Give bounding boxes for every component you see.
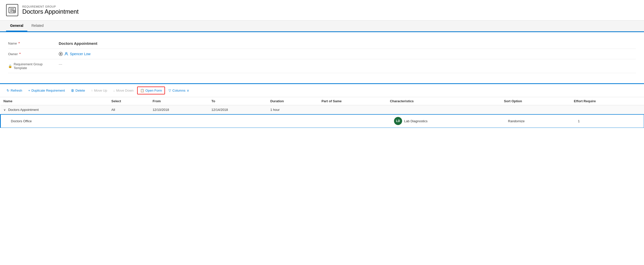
table-row[interactable]: ∨ Doctors Appointment All 12/10/2018 12/… xyxy=(1,105,644,114)
row-from xyxy=(150,114,209,128)
col-from: From xyxy=(150,97,209,105)
delete-icon: 🗑 xyxy=(71,89,74,92)
row-part-of-same xyxy=(319,114,387,128)
form-section: Name * Doctors Appointment Owner * Spenc… xyxy=(0,31,644,79)
tabs-bar: General Related xyxy=(0,21,644,31)
col-to: To xyxy=(209,97,267,105)
move-down-button[interactable]: ↓ Move Down xyxy=(111,87,136,94)
form-row-template: 🔒 Requirement GroupTemplate --- xyxy=(8,59,636,73)
field-label-name: Name * xyxy=(8,41,59,45)
row-to xyxy=(209,114,267,128)
col-part-of-same: Part of Same xyxy=(319,97,387,105)
grid-header-row: Name Select From To Duration Part of Sam… xyxy=(1,97,644,105)
characteristics-cell: LD Lab Diagnostics xyxy=(394,117,498,125)
col-select: Select xyxy=(108,97,150,105)
row-name: Doctors Office xyxy=(1,114,109,128)
characteristics-badge: LD xyxy=(394,117,402,125)
refresh-button[interactable]: ↻ Refresh xyxy=(4,87,25,94)
open-form-button[interactable]: 📋 Open Form xyxy=(137,87,165,94)
col-effort-require: Effort Require xyxy=(571,97,644,105)
field-value-name[interactable]: Doctors Appointment xyxy=(59,41,636,46)
person-icon xyxy=(64,52,68,56)
row-characteristics: LD Lab Diagnostics xyxy=(387,114,501,128)
page-header: REQUIREMENT GROUP Doctors Appointment xyxy=(0,0,644,21)
characteristics-label: Lab Diagnostics xyxy=(404,119,428,123)
delete-button[interactable]: 🗑 Delete xyxy=(68,87,88,94)
field-value-template: --- xyxy=(59,62,636,66)
refresh-icon: ↻ xyxy=(7,89,9,92)
table-row[interactable]: Doctors Office LD Lab Diagnostics Random… xyxy=(1,114,644,128)
col-sort-option: Sort Option xyxy=(501,97,571,105)
row-duration: 1 hour xyxy=(267,105,318,114)
open-form-icon: 📋 xyxy=(140,89,144,92)
grid-table: Name Select From To Duration Part of Sam… xyxy=(0,97,644,128)
row-effort-require xyxy=(571,105,644,114)
svg-point-9 xyxy=(66,52,67,54)
col-name: Name xyxy=(1,97,109,105)
col-duration: Duration xyxy=(267,97,318,105)
field-value-owner[interactable]: Spencer Low xyxy=(59,52,636,56)
tab-related[interactable]: Related xyxy=(27,21,48,31)
form-row-owner: Owner * Spencer Low xyxy=(8,49,636,59)
form-row-name: Name * Doctors Appointment xyxy=(8,38,636,49)
move-up-button[interactable]: ↑ Move Up xyxy=(89,87,110,94)
row-to: 12/14/2018 xyxy=(209,105,267,114)
row-part-of-same xyxy=(319,105,387,114)
tab-general[interactable]: General xyxy=(6,21,27,31)
chevron-down-icon: ∨ xyxy=(187,89,189,92)
row-select xyxy=(108,114,150,128)
row-characteristics xyxy=(387,105,501,114)
grid-toolbar: ↻ Refresh + Duplicate Requirement 🗑 Dele… xyxy=(0,84,644,97)
page-title: Doctors Appointment xyxy=(22,8,79,15)
row-name: ∨ Doctors Appointment xyxy=(1,105,109,114)
row-sort-option: Randomize xyxy=(501,114,571,128)
row-sort-option xyxy=(501,105,571,114)
row-select: All xyxy=(108,105,150,114)
duplicate-button[interactable]: + Duplicate Requirement xyxy=(26,87,68,94)
filter-icon: ▽ xyxy=(169,89,171,92)
lock-icon: 🔒 xyxy=(8,64,12,68)
grid-section: ↻ Refresh + Duplicate Requirement 🗑 Dele… xyxy=(0,83,644,128)
svg-point-8 xyxy=(60,53,61,55)
radio-icon xyxy=(59,52,63,56)
duplicate-icon: + xyxy=(28,89,30,92)
field-label-template: 🔒 Requirement GroupTemplate xyxy=(8,62,59,70)
col-characteristics: Characteristics xyxy=(387,97,501,105)
row-duration xyxy=(267,114,318,128)
columns-button[interactable]: ▽ Columns ∨ xyxy=(166,87,192,94)
header-text-group: REQUIREMENT GROUP Doctors Appointment xyxy=(22,5,79,15)
move-up-icon: ↑ xyxy=(91,89,93,92)
expand-icon: ∨ xyxy=(4,108,6,112)
move-down-icon: ↓ xyxy=(113,89,115,92)
header-subtitle: REQUIREMENT GROUP xyxy=(22,5,79,8)
field-label-owner: Owner * xyxy=(8,52,59,56)
row-effort-require: 1 xyxy=(571,114,644,128)
row-from: 12/10/2018 xyxy=(150,105,209,114)
header-icon xyxy=(6,4,18,16)
